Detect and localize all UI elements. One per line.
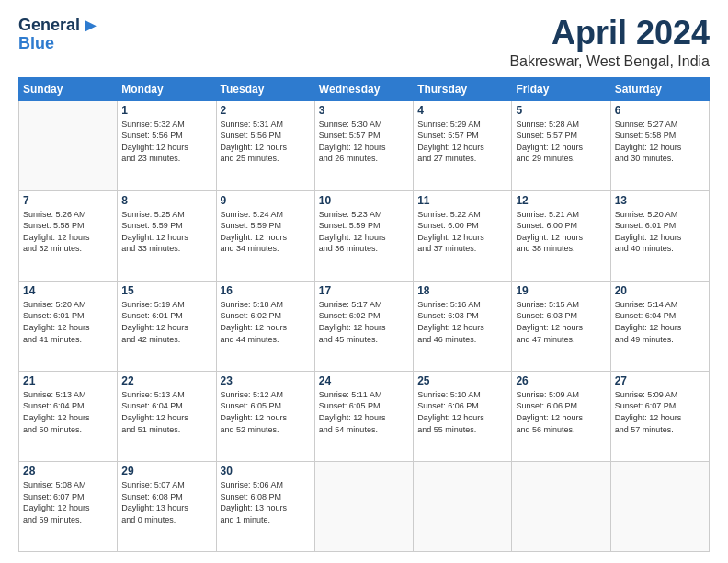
day-number: 18 (417, 284, 507, 297)
day-number: 12 (516, 194, 606, 207)
calendar-header-tuesday: Tuesday (216, 77, 314, 100)
calendar-cell: 27Sunrise: 5:09 AM Sunset: 6:07 PM Dayli… (610, 371, 709, 461)
calendar-cell: 25Sunrise: 5:10 AM Sunset: 6:06 PM Dayli… (414, 371, 512, 461)
calendar-cell: 4Sunrise: 5:29 AM Sunset: 5:57 PM Daylig… (414, 100, 512, 190)
logo: General ► Blue (18, 15, 100, 53)
calendar-table: SundayMondayTuesdayWednesdayThursdayFrid… (18, 77, 710, 552)
calendar-cell: 30Sunrise: 5:06 AM Sunset: 6:08 PM Dayli… (216, 461, 314, 551)
calendar-cell: 13Sunrise: 5:20 AM Sunset: 6:01 PM Dayli… (610, 190, 709, 281)
day-info: Sunrise: 5:20 AM Sunset: 6:01 PM Dayligh… (615, 209, 705, 255)
calendar-header-thursday: Thursday (414, 77, 512, 100)
day-info: Sunrise: 5:19 AM Sunset: 6:01 PM Dayligh… (121, 299, 211, 345)
day-info: Sunrise: 5:12 AM Sunset: 6:05 PM Dayligh… (221, 389, 311, 435)
day-info: Sunrise: 5:22 AM Sunset: 6:00 PM Dayligh… (417, 209, 507, 255)
day-info: Sunrise: 5:30 AM Sunset: 5:57 PM Dayligh… (319, 119, 409, 165)
day-number: 28 (23, 465, 113, 477)
day-info: Sunrise: 5:21 AM Sunset: 6:00 PM Dayligh… (516, 209, 606, 255)
day-info: Sunrise: 5:17 AM Sunset: 6:02 PM Dayligh… (319, 299, 409, 345)
day-number: 20 (615, 284, 705, 297)
calendar-cell: 26Sunrise: 5:09 AM Sunset: 6:06 PM Dayli… (512, 371, 610, 461)
day-number: 24 (319, 374, 409, 387)
calendar-cell: 12Sunrise: 5:21 AM Sunset: 6:00 PM Dayli… (512, 190, 610, 281)
day-number: 16 (221, 284, 311, 297)
day-number: 13 (615, 194, 705, 207)
calendar-cell: 6Sunrise: 5:27 AM Sunset: 5:58 PM Daylig… (610, 100, 709, 190)
day-number: 14 (23, 284, 113, 297)
calendar-week-4: 21Sunrise: 5:13 AM Sunset: 6:04 PM Dayli… (19, 371, 710, 461)
page: General ► Blue April 2024 Bakreswar, Wes… (0, 0, 728, 563)
calendar-cell: 9Sunrise: 5:24 AM Sunset: 5:59 PM Daylig… (216, 190, 314, 281)
calendar-cell: 2Sunrise: 5:31 AM Sunset: 5:56 PM Daylig… (216, 100, 314, 190)
day-info: Sunrise: 5:31 AM Sunset: 5:56 PM Dayligh… (221, 119, 311, 165)
calendar-cell: 20Sunrise: 5:14 AM Sunset: 6:04 PM Dayli… (610, 281, 709, 371)
logo-bird-icon: ► (82, 15, 100, 36)
day-number: 29 (121, 465, 211, 477)
day-info: Sunrise: 5:23 AM Sunset: 5:59 PM Dayligh… (319, 209, 409, 255)
day-number: 10 (319, 194, 409, 207)
day-number: 23 (221, 374, 311, 387)
day-info: Sunrise: 5:09 AM Sunset: 6:06 PM Dayligh… (516, 389, 606, 435)
day-number: 8 (121, 194, 211, 207)
day-number: 22 (121, 374, 211, 387)
calendar-cell (512, 461, 610, 551)
day-info: Sunrise: 5:32 AM Sunset: 5:56 PM Dayligh… (121, 119, 211, 165)
day-number: 9 (221, 194, 311, 207)
calendar-header-saturday: Saturday (610, 77, 709, 100)
day-info: Sunrise: 5:26 AM Sunset: 5:58 PM Dayligh… (23, 209, 113, 255)
day-info: Sunrise: 5:16 AM Sunset: 6:03 PM Dayligh… (417, 299, 507, 345)
calendar-cell: 10Sunrise: 5:23 AM Sunset: 5:59 PM Dayli… (314, 190, 413, 281)
day-info: Sunrise: 5:13 AM Sunset: 6:04 PM Dayligh… (23, 389, 113, 435)
calendar-cell: 3Sunrise: 5:30 AM Sunset: 5:57 PM Daylig… (314, 100, 413, 190)
day-number: 26 (516, 374, 606, 387)
calendar-cell (314, 461, 413, 551)
calendar-cell: 28Sunrise: 5:08 AM Sunset: 6:07 PM Dayli… (19, 461, 118, 551)
day-number: 30 (221, 465, 311, 477)
calendar-cell: 7Sunrise: 5:26 AM Sunset: 5:58 PM Daylig… (19, 190, 118, 281)
day-info: Sunrise: 5:13 AM Sunset: 6:04 PM Dayligh… (121, 389, 211, 435)
day-info: Sunrise: 5:18 AM Sunset: 6:02 PM Dayligh… (221, 299, 311, 345)
calendar-cell: 19Sunrise: 5:15 AM Sunset: 6:03 PM Dayli… (512, 281, 610, 371)
calendar-cell: 5Sunrise: 5:28 AM Sunset: 5:57 PM Daylig… (512, 100, 610, 190)
calendar-week-1: 1Sunrise: 5:32 AM Sunset: 5:56 PM Daylig… (19, 100, 710, 190)
title-block: April 2024 Bakreswar, West Bengal, India (509, 15, 710, 70)
calendar-header-sunday: Sunday (19, 77, 118, 100)
calendar-cell: 16Sunrise: 5:18 AM Sunset: 6:02 PM Dayli… (216, 281, 314, 371)
calendar-cell: 24Sunrise: 5:11 AM Sunset: 6:05 PM Dayli… (314, 371, 413, 461)
day-number: 6 (615, 104, 705, 117)
day-number: 2 (221, 104, 311, 117)
calendar-header-wednesday: Wednesday (314, 77, 413, 100)
day-info: Sunrise: 5:15 AM Sunset: 6:03 PM Dayligh… (516, 299, 606, 345)
day-info: Sunrise: 5:29 AM Sunset: 5:57 PM Dayligh… (417, 119, 507, 165)
calendar-body: 1Sunrise: 5:32 AM Sunset: 5:56 PM Daylig… (19, 100, 710, 551)
day-number: 4 (417, 104, 507, 117)
calendar-cell: 11Sunrise: 5:22 AM Sunset: 6:00 PM Dayli… (414, 190, 512, 281)
day-info: Sunrise: 5:25 AM Sunset: 5:59 PM Dayligh… (121, 209, 211, 255)
day-info: Sunrise: 5:10 AM Sunset: 6:06 PM Dayligh… (417, 389, 507, 435)
calendar-cell: 14Sunrise: 5:20 AM Sunset: 6:01 PM Dayli… (19, 281, 118, 371)
day-info: Sunrise: 5:28 AM Sunset: 5:57 PM Dayligh… (516, 119, 606, 165)
calendar-cell (610, 461, 709, 551)
calendar-week-5: 28Sunrise: 5:08 AM Sunset: 6:07 PM Dayli… (19, 461, 710, 551)
calendar-header-monday: Monday (118, 77, 216, 100)
day-number: 21 (23, 374, 113, 387)
calendar-header-friday: Friday (512, 77, 610, 100)
logo-blue-text: Blue (18, 34, 54, 53)
day-number: 17 (319, 284, 409, 297)
day-info: Sunrise: 5:20 AM Sunset: 6:01 PM Dayligh… (23, 299, 113, 345)
calendar-cell: 8Sunrise: 5:25 AM Sunset: 5:59 PM Daylig… (118, 190, 216, 281)
calendar-week-3: 14Sunrise: 5:20 AM Sunset: 6:01 PM Dayli… (19, 281, 710, 371)
calendar-cell: 15Sunrise: 5:19 AM Sunset: 6:01 PM Dayli… (118, 281, 216, 371)
logo-text: General (18, 16, 80, 35)
day-number: 3 (319, 104, 409, 117)
day-number: 5 (516, 104, 606, 117)
day-number: 27 (615, 374, 705, 387)
calendar-cell: 22Sunrise: 5:13 AM Sunset: 6:04 PM Dayli… (118, 371, 216, 461)
day-number: 7 (23, 194, 113, 207)
day-info: Sunrise: 5:08 AM Sunset: 6:07 PM Dayligh… (23, 479, 113, 525)
day-number: 25 (417, 374, 507, 387)
day-number: 11 (417, 194, 507, 207)
location-subtitle: Bakreswar, West Bengal, India (509, 53, 710, 70)
header: General ► Blue April 2024 Bakreswar, Wes… (18, 15, 710, 70)
month-year-title: April 2024 (509, 15, 710, 52)
calendar-cell: 29Sunrise: 5:07 AM Sunset: 6:08 PM Dayli… (118, 461, 216, 551)
